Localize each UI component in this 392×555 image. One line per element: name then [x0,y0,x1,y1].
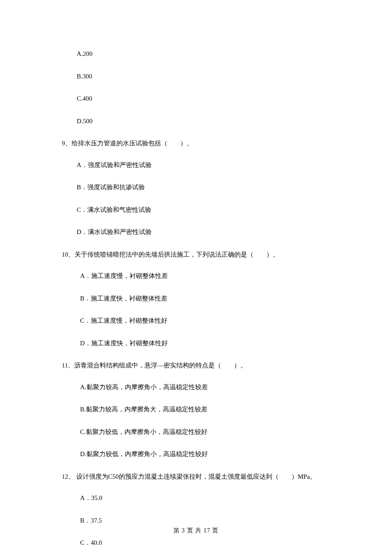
q11-text: 11、沥青混合料结构组成中，悬浮—密实结构的特点是（ ）。 [62,361,349,370]
q9-option-a: A．强度试验和严密性试验 [62,160,349,170]
document-content: A.200 B.300 C.400 D.500 9、给排水压力管道的水压试验包括… [0,49,392,555]
q8-option-b: B.300 [62,72,349,81]
q8-option-a: A.200 [62,49,349,59]
q10-option-a: A．施工速度慢，衬砌整体性差 [62,271,349,281]
q8-option-d: D.500 [62,116,349,126]
q11-option-d: D.黏聚力较低，内摩擦角小，高温稳定性较好 [62,449,349,459]
q10-option-b: B．施工速度快，衬砌整体性差 [62,294,349,304]
q11-option-b: B.黏聚力较高，内摩擦角大，高温稳定性较差 [62,405,349,414]
q10-option-c: C．施工速度慢，衬砌整体性好 [62,316,349,326]
q11-option-a: A.黏聚力较高，内摩擦角小，高温稳定性较差 [62,382,349,392]
q12-option-c: C．40.0 [62,538,349,548]
q9-option-c: C．满水试验和气密性试验 [62,205,349,215]
q12-option-b: B．37.5 [62,516,349,526]
q9-option-b: B．强度试验和抗渗试验 [62,182,349,192]
q12-option-a: A．35.0 [62,493,349,503]
q10-text: 10、关于传统喷锚暗挖法中的先墙后拱法施工，下列说法正确的是（ ）。 [62,250,349,260]
page-footer: 第 3 页 共 17 页 [0,527,392,535]
q10-option-d: D．施工速度快，衬砌整体性好 [62,338,349,348]
q8-option-c: C.400 [62,94,349,104]
q9-text: 9、给排水压力管道的水压试验包括（ ）。 [62,139,349,148]
q9-option-d: D．满水试验和严密性试验 [62,227,349,237]
q12-text: 12、 设计强度为C50的预应力混凝土连续梁张拉时，混凝土强度最低应达到（ ）M… [62,472,349,482]
q11-option-c: C.黏聚力较低，内摩擦角小，高温稳定性较好 [62,427,349,437]
